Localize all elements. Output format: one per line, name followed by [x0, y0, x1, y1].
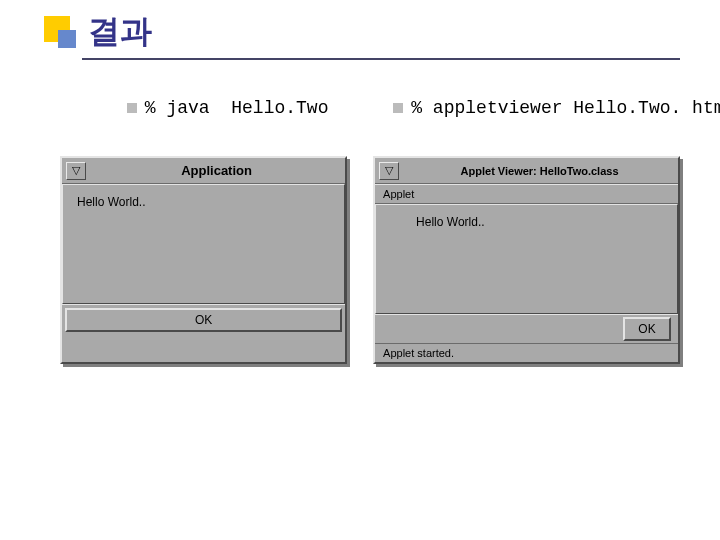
client-area: Hello World.. OK Applet started.	[375, 204, 678, 362]
chevron-down-icon: ▽	[72, 164, 80, 177]
command-left-text: % java Hello.Two	[145, 98, 329, 118]
applet-viewer-window: ▽ Applet Viewer: HelloTwo.class Applet H…	[373, 156, 680, 364]
commands-row: % java Hello.Two % appletviewer Hello.Tw…	[62, 78, 680, 138]
command-right-text: % appletviewer Hello.Two. html	[411, 98, 720, 118]
hello-text: Hello World..	[416, 215, 484, 229]
button-row: OK	[375, 314, 678, 343]
command-left: % java Hello.Two	[62, 78, 328, 138]
button-row: OK	[62, 304, 345, 335]
slide: 결과 % java Hello.Two % appletviewer Hello…	[0, 0, 720, 384]
client-area: Hello World.. OK	[62, 184, 345, 335]
ok-button[interactable]: OK	[623, 317, 671, 341]
content-area: Hello World..	[375, 204, 678, 314]
application-window: ▽ Application Hello World.. OK	[60, 156, 347, 364]
bullet-icon	[127, 103, 137, 113]
title-rule	[82, 58, 680, 60]
content-area: Hello World..	[62, 184, 345, 304]
chevron-down-icon: ▽	[385, 164, 393, 177]
window-title: Application	[92, 163, 341, 178]
titlebar[interactable]: ▽ Application	[62, 158, 345, 184]
hello-text: Hello World..	[77, 195, 145, 209]
system-menu-button[interactable]: ▽	[66, 162, 86, 180]
command-right: % appletviewer Hello.Two. html	[328, 78, 720, 138]
system-menu-button[interactable]: ▽	[379, 162, 399, 180]
ok-button[interactable]: OK	[65, 308, 342, 332]
window-title: Applet Viewer: HelloTwo.class	[405, 165, 674, 177]
menu-applet[interactable]: Applet	[383, 188, 414, 200]
title-bullet-icon	[40, 12, 80, 52]
status-bar: Applet started.	[375, 343, 678, 362]
page-title: 결과	[88, 10, 152, 54]
windows-row: ▽ Application Hello World.. OK ▽ Applet …	[60, 156, 680, 364]
menubar: Applet	[375, 184, 678, 204]
title-row: 결과	[40, 10, 680, 54]
bullet-icon	[393, 103, 403, 113]
status-text: Applet started.	[383, 347, 454, 359]
titlebar[interactable]: ▽ Applet Viewer: HelloTwo.class	[375, 158, 678, 184]
